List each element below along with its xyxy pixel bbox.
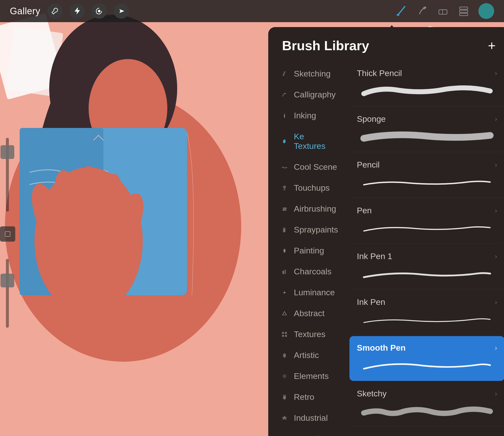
svg-rect-26 (284, 188, 285, 190)
svg-point-16 (98, 10, 100, 12)
brush-library-title: Brush Library (282, 38, 369, 53)
svg-rect-38 (285, 335, 287, 337)
category-list: Sketching Calligraphy Inking Ke Textures (268, 61, 347, 436)
sidebar-item-airbrushing[interactable]: Airbrushing (270, 199, 345, 219)
sidebar-item-industrial[interactable]: Industrial (270, 408, 345, 428)
smudge-tool-button[interactable] (416, 5, 428, 17)
category-label-charcoals: Charcoals (294, 267, 331, 276)
arrow-button[interactable] (114, 3, 129, 19)
charcoals-icon (280, 267, 289, 276)
add-brush-button[interactable]: + (488, 39, 496, 52)
brush-chevron-icon: › (495, 252, 497, 260)
brush-item-header: Paint Roller › (357, 435, 497, 436)
size-slider-thumb[interactable] (0, 145, 14, 159)
elements-icon (280, 372, 289, 381)
category-label-sketching: Sketching (294, 69, 331, 78)
brush-name: Pencil (357, 160, 380, 170)
sidebar-item-abstract[interactable]: Abstract (270, 303, 345, 324)
sidebar-item-sketching[interactable]: Sketching (270, 63, 345, 84)
brush-chevron-icon: › (495, 115, 497, 123)
gallery-label[interactable]: Gallery (10, 6, 40, 16)
svg-point-18 (397, 14, 399, 16)
toolbar-left: Gallery (10, 3, 396, 19)
brush-preview (357, 81, 497, 99)
industrial-icon (280, 414, 289, 422)
brush-list: Thick Pencil › Sponge › (347, 61, 504, 436)
svg-point-39 (283, 374, 286, 378)
sidebar-item-touchups[interactable]: Touchups (270, 178, 345, 198)
brush-name: Paint Roller (357, 435, 400, 436)
brush-chevron-icon: › (495, 207, 497, 215)
brush-preview (357, 173, 497, 191)
brush-item-ink-pen[interactable]: Ink Pen › (349, 290, 504, 335)
svg-rect-20 (439, 10, 447, 14)
touchups-icon (280, 184, 289, 192)
brush-item-sponge[interactable]: Sponge › (349, 107, 504, 152)
inking-icon (280, 111, 289, 120)
lightning-button[interactable] (69, 3, 85, 19)
brush-item-header: Thick Pencil › (357, 68, 497, 78)
textures-icon (280, 330, 289, 339)
brush-item-thick-pencil[interactable]: Thick Pencil › (349, 62, 504, 106)
sidebar-item-cool-scene[interactable]: Cool Scene (270, 157, 345, 177)
wrench-button[interactable] (47, 3, 63, 19)
sidebar-item-textures[interactable]: Textures (270, 324, 345, 344)
category-label-abstract: Abstract (294, 309, 325, 318)
brush-name: Pen (357, 206, 372, 215)
brush-library-panel: Brush Library + Sketching Calligraphy (268, 27, 504, 436)
brush-panel-content: Sketching Calligraphy Inking Ke Textures (268, 61, 504, 436)
sidebar-item-charcoals[interactable]: Charcoals (270, 261, 345, 282)
size-slider-track[interactable] (6, 138, 9, 212)
sidebar-item-painting[interactable]: Painting (270, 240, 345, 261)
sketch-button[interactable] (92, 3, 107, 19)
brush-item-header: Ink Pen › (357, 297, 497, 307)
brush-name: Smooth Pen (357, 343, 406, 353)
toolbar-right (396, 3, 494, 19)
brush-item-header: Smooth Pen › (357, 343, 497, 353)
svg-rect-24 (459, 13, 468, 16)
opacity-slider-thumb[interactable] (0, 274, 14, 287)
brush-tool-button[interactable] (396, 5, 408, 17)
spraypaints-icon (280, 225, 289, 234)
svg-line-17 (398, 7, 405, 14)
sidebar-item-spraypaints[interactable]: Spraypaints (270, 219, 345, 240)
calligraphy-icon (280, 90, 289, 99)
brush-item-paint-roller[interactable]: Paint Roller › (349, 428, 504, 436)
brush-item-smooth-pen[interactable]: Smooth Pen › (349, 336, 504, 381)
category-label-inking: Inking (294, 111, 316, 120)
brush-item-pencil[interactable]: Pencil › (349, 153, 504, 198)
eraser-tool-button[interactable] (437, 5, 449, 17)
sidebar-item-artistic[interactable]: Artistic (270, 345, 345, 365)
luminance-icon (280, 288, 289, 297)
svg-rect-40 (284, 397, 285, 399)
sidebar-item-inking[interactable]: Inking (270, 105, 345, 126)
brush-item-header: Sponge › (357, 114, 497, 124)
brush-item-header: Ink Pen 1 › (357, 251, 497, 261)
brush-item-sketchy[interactable]: Sketchy › (349, 382, 504, 427)
sidebar-item-ke-textures[interactable]: Ke Textures (270, 126, 345, 156)
brush-preview (357, 310, 497, 328)
organic-icon (280, 435, 289, 436)
category-label-spraypaints: Spraypaints (294, 225, 338, 234)
sidebar-item-organic[interactable]: Organic (270, 429, 345, 436)
svg-rect-37 (282, 335, 284, 337)
svg-rect-33 (284, 270, 286, 274)
brush-preview (357, 265, 497, 282)
brush-item-pen[interactable]: Pen › (349, 199, 504, 244)
brush-name: Ink Pen 1 (357, 251, 392, 261)
category-label-cool-scene: Cool Scene (294, 162, 337, 172)
sidebar-item-luminance[interactable]: Luminance (270, 282, 345, 303)
svg-rect-32 (283, 271, 284, 274)
sidebar-item-retro[interactable]: Retro (270, 387, 345, 407)
category-label-industrial: Industrial (294, 413, 328, 423)
brush-item-ink-pen-1[interactable]: Ink Pen 1 › (349, 245, 504, 289)
sidebar-item-calligraphy[interactable]: Calligraphy (270, 84, 345, 105)
opacity-slider-track[interactable] (6, 259, 9, 328)
retro-icon (280, 393, 289, 402)
user-avatar[interactable] (478, 3, 494, 19)
color-swatch-button[interactable] (0, 226, 15, 242)
brush-item-header: Pencil › (357, 160, 497, 170)
svg-rect-35 (282, 332, 284, 334)
sidebar-item-elements[interactable]: Elements (270, 366, 345, 386)
layers-tool-button[interactable] (458, 5, 470, 17)
